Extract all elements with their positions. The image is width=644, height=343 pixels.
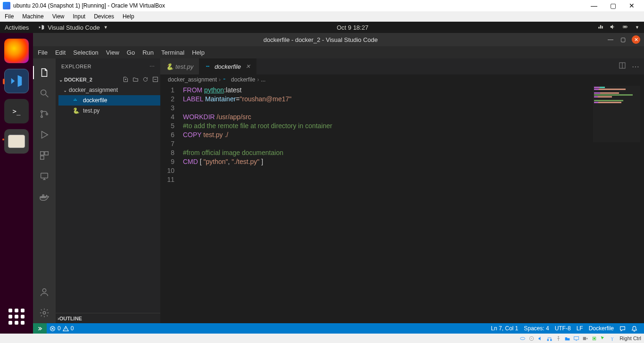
vbox-mouse-icon[interactable] <box>600 335 607 342</box>
status-language[interactable]: Dockerfile <box>586 325 617 332</box>
dock-show-applications[interactable] <box>4 304 29 329</box>
svg-rect-19 <box>75 100 76 101</box>
activity-accounts[interactable] <box>33 282 56 302</box>
dock-firefox[interactable] <box>4 39 29 63</box>
vbox-display-icon[interactable] <box>573 335 580 342</box>
line-number-gutter: 1234567891011 <box>160 85 183 323</box>
status-feedback-icon[interactable] <box>617 326 628 332</box>
collapse-icon[interactable] <box>152 76 158 83</box>
tree-file-test-py[interactable]: 🐍 test.py <box>58 106 160 116</box>
vbox-optical-icon[interactable] <box>528 335 535 342</box>
vbox-menu-input[interactable]: Input <box>73 13 86 20</box>
activity-settings[interactable] <box>33 302 56 323</box>
svg-point-3 <box>41 90 46 95</box>
split-editor-icon[interactable] <box>619 62 626 71</box>
top-app-indicator[interactable]: Visual Studio Code ▼ <box>38 24 107 31</box>
activity-docker[interactable] <box>33 187 56 207</box>
menu-run[interactable]: Run <box>142 49 154 56</box>
code-editor[interactable]: 1234567891011 FROM python:latestLABEL Ma… <box>160 85 644 323</box>
vbox-audio-icon[interactable] <box>537 335 544 342</box>
battery-icon[interactable] <box>622 24 628 32</box>
menu-edit[interactable]: Edit <box>55 49 66 56</box>
menu-help[interactable]: Help <box>192 49 205 56</box>
vbox-menu-view[interactable]: View <box>52 13 65 20</box>
svg-point-16 <box>43 311 46 314</box>
activity-remote[interactable] <box>33 166 56 187</box>
editor-more-icon[interactable]: ⋯ <box>632 62 639 71</box>
activity-explorer[interactable] <box>33 62 56 83</box>
svg-rect-26 <box>223 79 224 80</box>
dock-vscode[interactable] <box>4 69 29 93</box>
activity-source-control[interactable] <box>33 104 56 124</box>
virtualbox-status-bar: Right Ctrl <box>0 334 644 343</box>
menu-view[interactable]: View <box>106 49 119 56</box>
outline-header[interactable]: › OUTLINE <box>56 313 160 323</box>
vbox-close-button[interactable]: ✕ <box>622 2 641 9</box>
svg-rect-10 <box>41 173 48 178</box>
vbox-menu-file[interactable]: File <box>5 13 14 20</box>
vbox-usb-icon[interactable] <box>555 335 562 342</box>
explorer-more-icon[interactable]: ⋯ <box>149 64 155 70</box>
status-notifications-icon[interactable] <box>628 326 640 332</box>
new-folder-icon[interactable] <box>132 76 139 83</box>
vbox-shared-folder-icon[interactable] <box>564 335 571 342</box>
activity-extensions[interactable] <box>33 145 56 166</box>
vbox-minimize-button[interactable]: — <box>585 2 603 9</box>
explorer-sidebar: EXPLORER ⋯ ⌄ DOCKER_2 ⌄ d <box>56 58 160 323</box>
vscode-close-button[interactable]: ✕ <box>632 35 640 44</box>
svg-rect-18 <box>74 100 74 101</box>
svg-point-15 <box>42 289 46 292</box>
chevron-down-icon: ⌄ <box>58 77 64 82</box>
menu-go[interactable]: Go <box>127 49 135 56</box>
dock-terminal[interactable] <box>4 99 29 123</box>
svg-rect-1 <box>627 26 627 27</box>
minimap[interactable] <box>593 86 640 142</box>
vbox-network-icon[interactable] <box>546 335 553 342</box>
editor-group: 🐍 test.py dockerfile ✕ ⋯ docke <box>160 58 644 323</box>
status-problems[interactable]: 0 0 <box>47 325 76 332</box>
status-encoding[interactable]: UTF-8 <box>552 325 574 332</box>
tree-file-dockerfile[interactable]: dockerfile <box>58 95 160 106</box>
tab-test-py[interactable]: 🐍 test.py <box>160 58 199 74</box>
vbox-menu-help[interactable]: Help <box>123 13 134 20</box>
vbox-keyboard-icon[interactable] <box>609 335 616 342</box>
activities-button[interactable]: Activities <box>5 24 29 31</box>
svg-rect-35 <box>583 337 586 340</box>
svg-point-4 <box>41 111 43 113</box>
new-file-icon[interactable] <box>123 76 129 83</box>
code-content[interactable]: FROM python:latestLABEL Maintainer="rous… <box>183 85 644 323</box>
vscode-window: dockerfile - docker_2 - Visual Studio Co… <box>33 33 644 334</box>
vbox-menu-devices[interactable]: Devices <box>94 13 114 20</box>
activity-run-debug[interactable] <box>33 124 56 145</box>
tab-dockerfile[interactable]: dockerfile ✕ <box>199 58 256 74</box>
status-spaces[interactable]: Spaces: 4 <box>521 325 552 332</box>
vbox-hdd-icon[interactable] <box>519 335 526 342</box>
sound-icon[interactable] <box>610 24 616 32</box>
tree-folder-docker-assignment[interactable]: ⌄ docker_assignment <box>58 85 160 95</box>
svg-rect-37 <box>594 337 595 339</box>
vbox-recording-icon[interactable] <box>582 335 589 342</box>
close-tab-icon[interactable]: ✕ <box>246 63 250 70</box>
vscode-minimize-button[interactable]: — <box>604 36 617 43</box>
vbox-menu-machine[interactable]: Machine <box>22 13 43 20</box>
status-line-col[interactable]: Ln 7, Col 1 <box>488 325 521 332</box>
vbox-maximize-button[interactable]: ▢ <box>603 2 622 9</box>
vscode-maximize-button[interactable]: ▢ <box>617 36 629 43</box>
menu-file[interactable]: File <box>38 49 48 56</box>
breadcrumb[interactable]: docker_assignment › dockerfile › ... <box>160 74 644 85</box>
status-remote[interactable] <box>33 323 47 334</box>
svg-rect-7 <box>41 152 44 155</box>
explorer-project-header[interactable]: ⌄ DOCKER_2 <box>56 74 160 85</box>
network-icon[interactable] <box>597 24 604 32</box>
refresh-icon[interactable] <box>142 76 149 83</box>
activity-bar <box>33 58 56 323</box>
dock-files[interactable] <box>4 129 29 154</box>
status-eol[interactable]: LF <box>574 325 586 332</box>
svg-rect-2 <box>624 26 627 27</box>
menu-selection[interactable]: Selection <box>73 49 98 56</box>
vbox-cpu-icon[interactable] <box>591 335 598 342</box>
menu-terminal[interactable]: Terminal <box>161 49 184 56</box>
activity-search[interactable] <box>33 83 56 104</box>
system-menu-icon[interactable]: ▼ <box>635 25 639 30</box>
ubuntu-datetime[interactable]: Oct 9 18:27 <box>108 24 598 31</box>
